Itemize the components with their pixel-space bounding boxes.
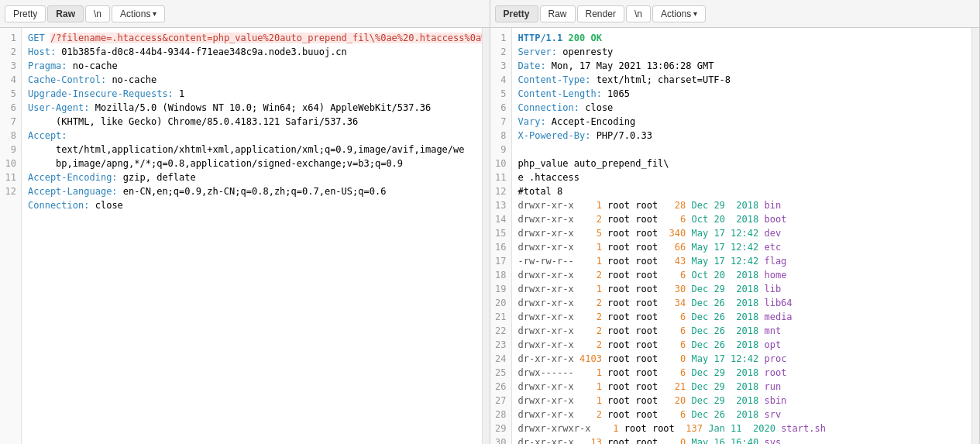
- left-tab-pretty[interactable]: Pretty: [5, 5, 46, 22]
- left-line-numbers: 12345 678910 1112: [0, 28, 22, 444]
- right-line-numbers: 12345 678910 1112131415 1617181920 21222…: [490, 28, 512, 444]
- left-toolbar: Pretty Raw \n Actions ▾: [0, 0, 490, 28]
- left-actions-label: Actions: [120, 9, 150, 19]
- right-scrollbar[interactable]: [971, 28, 979, 444]
- left-tab-ln[interactable]: \n: [85, 5, 110, 22]
- right-tab-ln[interactable]: \n: [626, 5, 651, 22]
- left-scrollbar[interactable]: [482, 28, 490, 444]
- right-actions-chevron-icon: ▾: [693, 9, 697, 18]
- right-toolbar: Pretty Raw Render \n Actions ▾: [490, 0, 980, 28]
- right-tab-pretty[interactable]: Pretty: [495, 5, 538, 22]
- right-tab-raw[interactable]: Raw: [540, 5, 576, 22]
- left-tab-raw[interactable]: Raw: [47, 5, 84, 22]
- right-tab-render[interactable]: Render: [577, 5, 624, 22]
- right-actions-button[interactable]: Actions ▾: [652, 5, 706, 22]
- left-code-content[interactable]: GET /?filename=.htaccess&content=php_val…: [22, 28, 482, 444]
- right-content-area: 12345 678910 1112131415 1617181920 21222…: [490, 28, 980, 444]
- right-code-content[interactable]: HTTP/1.1 200 OK Server: openresty Date: …: [512, 28, 972, 444]
- left-panel: Pretty Raw \n Actions ▾ 12345 678910 111…: [0, 0, 490, 444]
- right-actions-label: Actions: [661, 9, 691, 19]
- left-actions-button[interactable]: Actions ▾: [112, 5, 165, 22]
- left-content-area: 12345 678910 1112 GET /?filename=.htacce…: [0, 28, 490, 444]
- right-panel: Pretty Raw Render \n Actions ▾ 12345 678…: [490, 0, 981, 444]
- left-actions-chevron-icon: ▾: [153, 9, 156, 18]
